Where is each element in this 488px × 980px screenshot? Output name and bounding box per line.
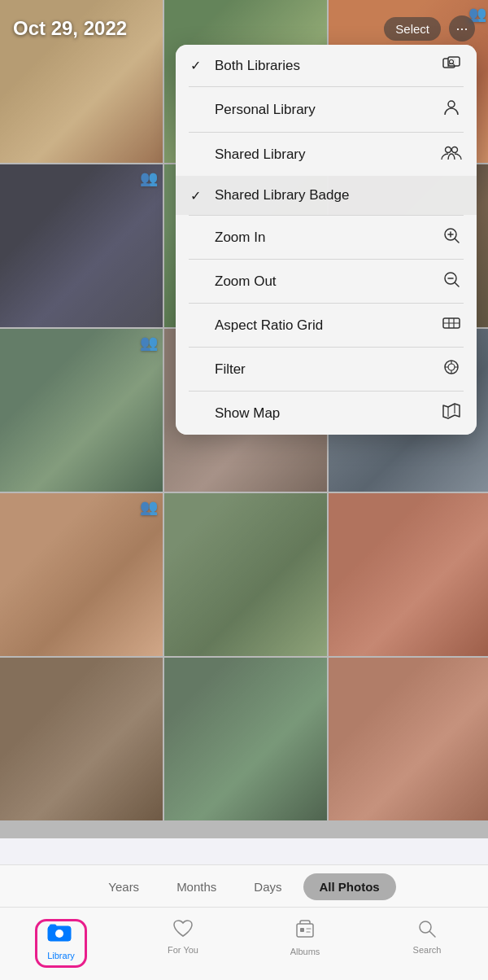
bottom-nav: Library For You Albums [0, 907, 488, 980]
tab-all-photos[interactable]: All Photos [303, 873, 396, 900]
search-icon [417, 919, 437, 942]
svg-rect-27 [50, 925, 56, 928]
both-libraries-icon [441, 56, 462, 75]
nav-item-library[interactable]: Library [0, 916, 122, 971]
zoom-out-icon [441, 271, 462, 291]
checkmark-both: ✓ [190, 58, 207, 73]
menu-item-zoom-out[interactable]: Zoom Out [176, 260, 477, 303]
show-map-label: Show Map [215, 405, 280, 422]
svg-point-18 [448, 364, 455, 370]
menu-item-personal-library[interactable]: Personal Library [176, 87, 477, 132]
svg-rect-29 [300, 928, 304, 932]
date-label: Oct 29, 2022 [13, 17, 127, 40]
svg-point-3 [448, 101, 455, 107]
nav-item-search[interactable]: Search [366, 916, 488, 958]
zoom-out-label: Zoom Out [215, 273, 277, 290]
shared-library-label: Shared Library [215, 147, 306, 163]
nav-item-for-you[interactable]: For You [122, 916, 244, 958]
svg-point-4 [446, 147, 451, 153]
albums-label: Albums [290, 947, 320, 956]
menu-item-show-map[interactable]: Show Map [176, 392, 477, 435]
library-icon [47, 923, 75, 947]
svg-point-32 [420, 921, 431, 933]
tab-years[interactable]: Years [92, 873, 155, 900]
tab-days[interactable]: Days [237, 873, 298, 900]
library-label: Library [47, 951, 75, 960]
menu-item-both-libraries[interactable]: ✓ Both Libraries [176, 45, 477, 86]
menu-section-badge: ✓ Shared Library Badge [176, 176, 477, 215]
top-bar-right: Select ··· [384, 15, 475, 42]
more-button[interactable]: ··· [449, 15, 475, 42]
zoom-in-icon [441, 227, 462, 247]
svg-point-26 [55, 930, 63, 938]
map-icon [441, 403, 462, 423]
menu-item-zoom-in[interactable]: Zoom In [176, 216, 477, 259]
menu-section-view: Zoom In Zoom Out [176, 215, 477, 435]
checkmark-badge: ✓ [190, 188, 207, 203]
menu-item-shared-library[interactable]: Shared Library [176, 133, 477, 176]
svg-line-9 [455, 238, 459, 243]
menu-item-aspect-ratio-grid[interactable]: Aspect Ratio Grid [176, 304, 477, 347]
shared-library-icon [441, 144, 462, 164]
svg-line-12 [455, 282, 459, 287]
dropdown-menu: ✓ Both Libraries Personal Library [176, 45, 477, 435]
svg-line-33 [430, 932, 436, 938]
aspect-ratio-icon [441, 315, 462, 335]
tab-months[interactable]: Months [160, 873, 233, 900]
svg-point-5 [452, 147, 458, 153]
library-highlight: Library [35, 919, 87, 968]
menu-item-shared-library-badge[interactable]: ✓ Shared Library Badge [176, 176, 477, 215]
zoom-in-label: Zoom In [215, 230, 265, 246]
albums-icon [294, 919, 316, 943]
personal-library-label: Personal Library [215, 102, 316, 118]
menu-item-filter[interactable]: Filter [176, 348, 477, 391]
search-label: Search [413, 945, 442, 955]
more-icon: ··· [455, 20, 468, 37]
aspect-ratio-grid-label: Aspect Ratio Grid [215, 317, 323, 334]
for-you-label: For You [168, 945, 198, 955]
svg-rect-28 [297, 924, 313, 937]
shared-library-badge-label: Shared Library Badge [215, 187, 349, 203]
nav-item-albums[interactable]: Albums [244, 916, 366, 960]
filter-icon [441, 359, 462, 379]
menu-section-libraries: ✓ Both Libraries Personal Library [176, 45, 477, 176]
both-libraries-label: Both Libraries [215, 58, 300, 74]
filter-label: Filter [215, 361, 246, 378]
personal-library-icon [441, 98, 462, 120]
for-you-icon [172, 919, 194, 942]
time-tabs: Years Months Days All Photos [0, 864, 488, 907]
select-button[interactable]: Select [384, 17, 441, 41]
